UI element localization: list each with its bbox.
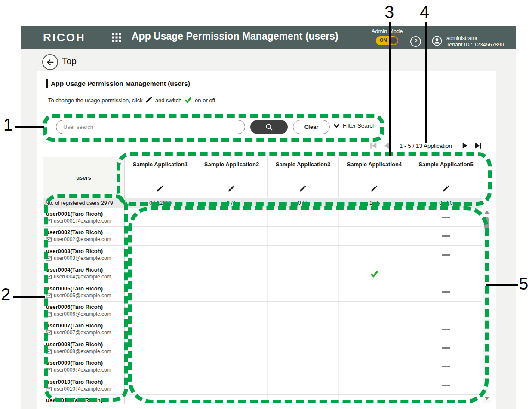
- user-email-text: user0002@example.com: [54, 236, 111, 243]
- app-column-name: Sample Application4: [347, 161, 402, 168]
- screenshot-canvas: RICOH App Usage Permission Management (u…: [0, 0, 532, 409]
- users-column-header: users: [43, 157, 125, 198]
- permission-cell: [268, 302, 339, 320]
- permission-dash: [442, 366, 450, 367]
- user-email: user0010@example.com: [46, 386, 124, 392]
- permission-dash: [442, 291, 450, 293]
- clear-button[interactable]: Clear: [293, 120, 330, 134]
- content-card: App Usage Permission Management (users) …: [37, 71, 496, 409]
- counts-cells: 0 / 120000 / 50 / 51 / 50 / 20: [125, 200, 482, 206]
- permission-cell: [410, 227, 482, 245]
- permission-cell: [196, 376, 268, 394]
- permission-cell: [339, 376, 410, 394]
- permission-cell: [125, 227, 196, 245]
- vertical-scrollbar[interactable]: [483, 208, 490, 403]
- permission-dash: [442, 329, 450, 330]
- permission-cell: [268, 208, 339, 226]
- edit-permissions-button[interactable]: [298, 184, 308, 193]
- table-row: user0006(Taro Ricoh)user0006@example.com: [43, 302, 482, 320]
- permission-dash: [442, 235, 450, 237]
- back-label[interactable]: Top: [62, 56, 77, 66]
- back-button[interactable]: [42, 54, 58, 70]
- permission-cell: [268, 264, 339, 282]
- permission-cell: [410, 264, 482, 282]
- app-launcher-icon[interactable]: [112, 33, 121, 42]
- last-page-button[interactable]: [474, 142, 482, 149]
- app-column-header: Sample Application3: [268, 157, 339, 198]
- email-icon: [46, 349, 52, 354]
- user-cell: user0003(Taro Ricoh)user0003@example.com: [43, 246, 125, 264]
- search-input[interactable]: [56, 120, 245, 134]
- pencil-icon: [228, 185, 235, 192]
- user-cell: user0010(Taro Ricoh)user0010@example.com: [43, 376, 125, 394]
- first-page-button[interactable]: [370, 142, 377, 149]
- table-row: user0003(Taro Ricoh)user0003@example.com: [43, 246, 482, 264]
- permission-cell: [125, 208, 196, 226]
- permission-cell: [268, 320, 339, 338]
- callout-2: 2: [1, 286, 10, 303]
- permission-cell: [410, 208, 482, 226]
- email-icon: [46, 256, 52, 261]
- app-column-header: Sample Application1: [125, 157, 196, 198]
- next-page-button[interactable]: [462, 142, 468, 149]
- scrollbar-thumb[interactable]: [484, 217, 489, 229]
- permission-cell: [339, 264, 410, 282]
- user-cell: user0004(Taro Ricoh)user0004@example.com: [43, 264, 125, 282]
- edit-permissions-button[interactable]: [156, 184, 165, 193]
- browser-page: RICOH App Usage Permission Management (u…: [21, 26, 516, 409]
- callout-4: 4: [420, 3, 429, 21]
- permission-cell: [339, 339, 410, 357]
- user-cell: user0005(Taro Ricoh)user0005@example.com: [43, 283, 125, 301]
- edit-permissions-button[interactable]: [370, 184, 379, 193]
- table-row: user0001(Taro Ricoh)user0001@example.com: [43, 208, 482, 227]
- table-row: user0007(Taro Ricoh)user0007@example.com: [43, 320, 482, 339]
- permission-cell: [339, 395, 410, 404]
- permission-cell: [410, 339, 482, 357]
- user-email: user0004@example.com: [46, 274, 124, 280]
- permission-cell: [339, 246, 410, 264]
- permission-cell: [196, 264, 268, 282]
- admin-mode-block: Admin Mode ON: [369, 28, 405, 45]
- permission-cell: [196, 339, 268, 357]
- user-cell: user0011(Taro Ricoh): [43, 395, 125, 404]
- user-avatar-icon[interactable]: [432, 36, 442, 48]
- callout-1-line: [15, 126, 44, 128]
- email-icon: [46, 330, 52, 335]
- filter-search-toggle[interactable]: Filter Search: [333, 122, 376, 129]
- table-row: user0010(Taro Ricoh)user0010@example.com: [43, 376, 482, 395]
- permission-dash: [442, 385, 450, 386]
- app-columns-header: Sample Application1Sample Application2Sa…: [125, 157, 482, 198]
- arrow-left-icon: [46, 58, 55, 67]
- permission-cell: [196, 357, 268, 375]
- user-email: user0009@example.com: [46, 367, 124, 373]
- scroll-up-icon[interactable]: [484, 211, 489, 214]
- permission-cell: [268, 246, 339, 264]
- permission-cell: [125, 302, 196, 320]
- pencil-icon: [443, 185, 450, 192]
- user-name: user0002(Taro Ricoh): [46, 229, 124, 236]
- email-icon: [46, 312, 52, 317]
- user-cell: user0001(Taro Ricoh)user0001@example.com: [43, 208, 125, 226]
- permission-cell: [196, 246, 268, 264]
- admin-mode-toggle[interactable]: ON: [376, 36, 398, 45]
- permission-cell: [125, 395, 196, 404]
- email-icon: [46, 368, 52, 372]
- user-name: user0006(Taro Ricoh): [46, 303, 124, 311]
- help-icon[interactable]: ?: [410, 36, 421, 47]
- scroll-down-icon[interactable]: [484, 397, 489, 400]
- table-row: user0009(Taro Ricoh)user0009@example.com: [43, 357, 482, 376]
- page-title: App Usage Permission Management (users): [46, 79, 190, 88]
- user-email-text: user0003@example.com: [54, 255, 111, 262]
- search-button[interactable]: [250, 120, 288, 134]
- permission-table: users Sample Application1Sample Applicat…: [43, 157, 482, 404]
- edit-permissions-button[interactable]: [442, 184, 451, 193]
- instruction-part3: on or off.: [195, 97, 217, 104]
- edit-permissions-button[interactable]: [227, 184, 236, 193]
- user-email-text: user0009@example.com: [54, 367, 111, 373]
- permission-cell: [339, 208, 410, 226]
- previous-page-button[interactable]: [384, 142, 390, 149]
- callout-4-line: [425, 22, 427, 143]
- user-name: user0011(Taro Ricoh): [46, 397, 124, 404]
- app-header-bar: RICOH App Usage Permission Management (u…: [21, 26, 516, 49]
- email-icon: [46, 275, 52, 279]
